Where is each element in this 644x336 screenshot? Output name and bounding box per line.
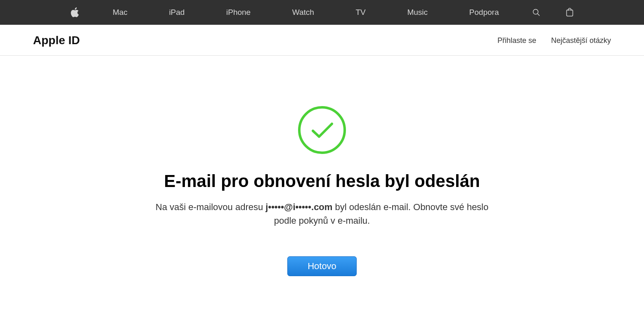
page-title: Apple ID [33, 34, 80, 47]
svg-rect-2 [566, 10, 573, 16]
checkmark-circle-icon [297, 105, 347, 155]
nav-tv[interactable]: TV [348, 8, 374, 17]
svg-line-1 [537, 14, 540, 16]
nav-mac[interactable]: Mac [104, 8, 136, 17]
apple-logo-icon[interactable] [70, 7, 79, 18]
sign-in-link[interactable]: Přihlaste se [497, 36, 536, 45]
nav-music[interactable]: Music [399, 8, 436, 17]
global-nav-items: Mac iPad iPhone Watch TV Music Podpora [58, 7, 586, 18]
description-prefix: Na vaši e-mailovou adresu [156, 202, 266, 212]
shopping-bag-icon[interactable] [566, 8, 574, 17]
masked-email: j•••••@i•••••.com [265, 202, 332, 212]
svg-point-0 [533, 9, 538, 14]
nav-ipad[interactable]: iPad [161, 8, 193, 17]
confirmation-heading: E-mail pro obnovení hesla byl odeslán [164, 171, 480, 191]
nav-watch[interactable]: Watch [284, 8, 322, 17]
confirmation-description: Na vaši e-mailovou adresu j•••••@i•••••.… [149, 200, 495, 227]
done-button[interactable]: Hotovo [287, 256, 357, 276]
global-nav: Mac iPad iPhone Watch TV Music Podpora [0, 0, 644, 25]
nav-support[interactable]: Podpora [461, 8, 507, 17]
sub-header: Apple ID Přihlaste se Nejčastější otázky [0, 25, 644, 56]
nav-iphone[interactable]: iPhone [218, 8, 259, 17]
faq-link[interactable]: Nejčastější otázky [551, 36, 611, 45]
search-icon[interactable] [532, 8, 540, 17]
main-content: E-mail pro obnovení hesla byl odeslán Na… [0, 56, 644, 276]
sub-header-links: Přihlaste se Nejčastější otázky [497, 36, 611, 45]
svg-point-3 [299, 107, 345, 153]
